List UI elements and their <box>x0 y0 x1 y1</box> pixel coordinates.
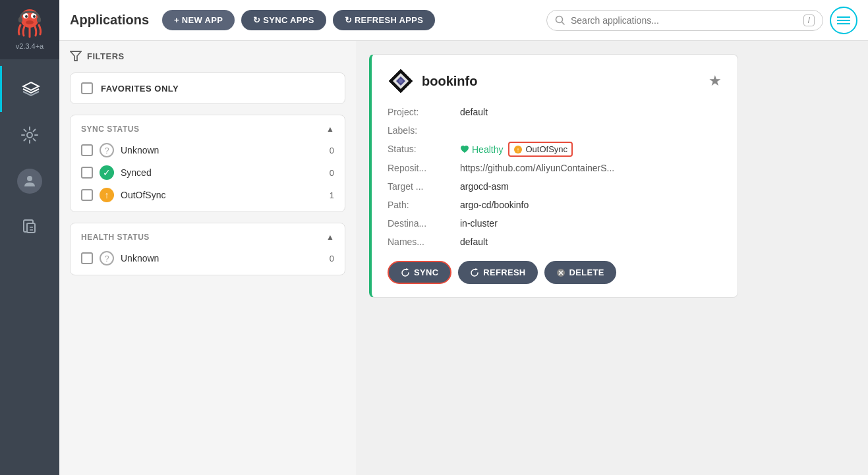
avatar <box>17 169 42 194</box>
card-body: Project: default Labels: Status: Healthy <box>388 105 722 249</box>
sync-outofsync-row: ↑ OutOfSync 1 <box>81 188 334 202</box>
labels-value <box>460 123 722 138</box>
sync-apps-button[interactable]: ↻ SYNC APPS <box>241 10 326 30</box>
health-unknown-checkbox[interactable] <box>81 252 93 264</box>
sync-unknown-label: Unknown <box>121 145 323 155</box>
topbar: Applications + NEW APP ↻ SYNC APPS ↻ REF… <box>59 0 868 41</box>
layers-icon <box>22 80 40 98</box>
card-sync-button[interactable]: SYNC <box>388 261 451 284</box>
sidebar: v2.3.4+a <box>0 0 59 475</box>
sync-status-header: SYNC STATUS ▲ <box>81 125 334 134</box>
health-unknown-icon: ? <box>100 251 114 265</box>
cards-area: bookinfo ★ Project: default Labels: Stat… <box>356 41 868 475</box>
health-unknown-count: 0 <box>330 254 334 264</box>
health-indicator: Healthy <box>460 144 503 155</box>
version-label: v2.3.4+a <box>16 40 44 53</box>
svg-rect-6 <box>18 17 22 22</box>
health-unknown-label: Unknown <box>121 253 323 264</box>
path-value: argo-cd/bookinfo <box>460 198 722 212</box>
svg-point-10 <box>27 176 32 181</box>
repo-value: https://github.com/AliyunContainerS... <box>460 161 631 175</box>
sync-icon <box>401 268 410 277</box>
search-icon <box>555 15 565 26</box>
sidebar-item-settings[interactable] <box>0 112 59 158</box>
docs-icon <box>20 218 39 237</box>
sync-outofsync-icon: ↑ <box>100 188 114 202</box>
svg-point-5 <box>26 20 34 24</box>
filters-title: FILTERS <box>87 51 125 61</box>
project-value: default <box>460 105 722 119</box>
card-delete-button[interactable]: DELETE <box>544 261 616 284</box>
svg-point-4 <box>33 15 36 18</box>
main-content: Applications + NEW APP ↻ SYNC APPS ↻ REF… <box>59 0 868 475</box>
app-card-bookinfo: bookinfo ★ Project: default Labels: Stat… <box>369 54 738 298</box>
sync-status-chevron-icon[interactable]: ▲ <box>326 125 334 134</box>
sync-synced-icon: ✓ <box>100 165 114 180</box>
sidebar-item-docs[interactable] <box>0 204 59 250</box>
sidebar-navigation <box>0 59 59 250</box>
project-label: Project: <box>388 105 460 119</box>
health-label: Healthy <box>472 144 503 155</box>
heart-icon <box>460 145 469 154</box>
health-status-header: HEALTH STATUS ▲ <box>81 233 334 242</box>
labels-label: Labels: <box>388 123 460 138</box>
favorites-checkbox[interactable] <box>81 82 93 94</box>
sync-outofsync-count: 1 <box>330 190 334 200</box>
health-status-chevron-icon[interactable]: ▲ <box>326 233 334 242</box>
sync-unknown-checkbox[interactable] <box>81 144 93 156</box>
filters-panel: FILTERS FAVORITES ONLY SYNC STATUS ▲ ? U… <box>59 41 356 475</box>
search-input[interactable] <box>571 15 798 26</box>
toolbar-extra-button[interactable] <box>830 7 857 34</box>
favorites-box: FAVORITES ONLY <box>70 72 345 104</box>
status-label: Status: <box>388 142 460 157</box>
svg-line-19 <box>562 22 565 24</box>
kbd-shortcut: / <box>803 14 815 26</box>
sidebar-item-user[interactable] <box>0 158 59 204</box>
svg-text:↑: ↑ <box>517 146 520 154</box>
sync-synced-count: 0 <box>330 168 334 178</box>
sidebar-logo: v2.3.4+a <box>0 0 59 59</box>
sync-status-title: SYNC STATUS <box>81 125 139 134</box>
menu-icon <box>837 16 850 25</box>
dest-label: Destina... <box>388 216 460 231</box>
sync-unknown-row: ? Unknown 0 <box>81 143 334 157</box>
target-value: argocd-asm <box>460 179 722 194</box>
sync-status-section: SYNC STATUS ▲ ? Unknown 0 ✓ Synced 0 <box>70 115 345 212</box>
status-value-row: Healthy ↑ OutOfSync <box>460 142 722 157</box>
namespace-label: Names... <box>388 235 460 249</box>
svg-marker-8 <box>23 82 39 90</box>
card-header: bookinfo ★ <box>388 68 722 94</box>
content-area: FILTERS FAVORITES ONLY SYNC STATUS ▲ ? U… <box>59 41 868 475</box>
sync-outofsync-checkbox[interactable] <box>81 189 93 201</box>
out-of-sync-badge: ↑ OutOfSync <box>508 142 573 157</box>
sidebar-item-apps[interactable] <box>0 66 59 112</box>
favorite-star-icon[interactable]: ★ <box>709 72 722 90</box>
namespace-value: default <box>460 235 722 249</box>
path-label: Path: <box>388 198 460 212</box>
filter-icon <box>70 50 82 62</box>
refresh-apps-button[interactable]: ↻ REFRESH APPS <box>333 10 435 30</box>
new-app-button[interactable]: + NEW APP <box>162 10 235 30</box>
filters-header: FILTERS <box>70 50 345 62</box>
sync-unknown-count: 0 <box>330 146 334 155</box>
health-unknown-row: ? Unknown 0 <box>81 251 334 265</box>
card-actions: SYNC REFRESH <box>388 261 722 284</box>
sync-synced-checkbox[interactable] <box>81 167 93 179</box>
page-title: Applications <box>70 13 149 28</box>
sync-synced-label: Synced <box>121 167 323 178</box>
health-status-title: HEALTH STATUS <box>81 233 150 242</box>
repo-label: Reposit... <box>388 161 460 175</box>
sync-status-icon: ↑ <box>513 145 523 154</box>
svg-point-9 <box>27 132 32 138</box>
favorites-label: FAVORITES ONLY <box>101 84 179 94</box>
gear-icon <box>20 126 39 144</box>
octopus-logo-icon <box>13 7 46 40</box>
svg-rect-15 <box>27 223 35 233</box>
health-status-section: HEALTH STATUS ▲ ? Unknown 0 <box>70 223 345 275</box>
search-bar: / <box>546 10 823 31</box>
svg-rect-7 <box>37 17 41 22</box>
argocd-logo-icon <box>388 68 414 94</box>
card-refresh-button[interactable]: REFRESH <box>458 261 537 284</box>
sync-unknown-icon: ? <box>100 143 114 157</box>
sync-outofsync-label: OutOfSync <box>121 190 323 200</box>
